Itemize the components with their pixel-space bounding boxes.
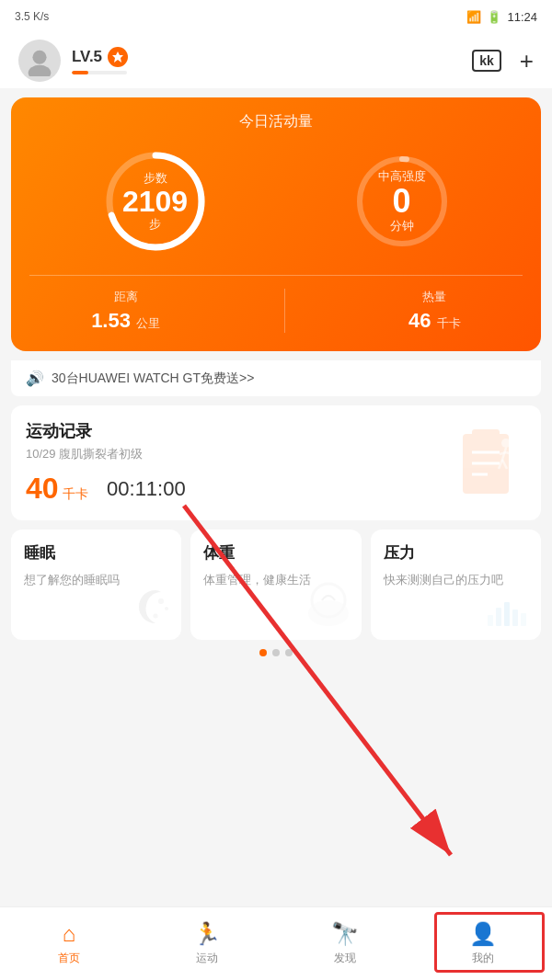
distance-unit: 公里 (136, 316, 160, 330)
dot-2 (272, 649, 280, 656)
intensity-label: 中高强度 (378, 168, 426, 185)
user-section: LV.5 (18, 40, 128, 82)
nav-exercise[interactable]: 🏃 运动 (138, 921, 276, 966)
level-progress-fill (72, 71, 88, 74)
nav-profile[interactable]: 👤 我的 (414, 921, 552, 966)
calories-label: 热量 (408, 289, 461, 305)
calories-value-row: 46 千卡 (408, 309, 461, 333)
activity-card: 今日活动量 步数 2109 步 (11, 97, 541, 351)
bottom-nav: ⌂ 首页 🏃 运动 🔭 发现 👤 我的 (0, 906, 552, 980)
nav-exercise-label: 运动 (196, 951, 218, 966)
signal-icons: 📶 (466, 10, 481, 24)
avatar[interactable] (18, 40, 61, 82)
svg-rect-27 (521, 613, 526, 626)
stress-card[interactable]: 压力 快来测测自己的压力吧 (371, 530, 541, 640)
dot-3 (285, 649, 293, 656)
exercise-record-card[interactable]: 运动记录 10/29 腹肌撕裂者初级 40 千卡 00:11:00 (11, 405, 541, 520)
svg-rect-23 (488, 615, 493, 626)
svg-point-18 (158, 598, 164, 604)
kk-button[interactable]: kk (472, 50, 501, 72)
distance-value: 1.53 (91, 309, 131, 332)
calories-stat[interactable]: 热量 46 千卡 (408, 289, 461, 333)
stats-divider (284, 289, 285, 333)
stress-icon (483, 587, 534, 632)
top-nav: LV.5 kk + (0, 33, 552, 88)
nav-profile-label: 我的 (472, 951, 494, 966)
steps-label: 步数 (122, 170, 188, 187)
promo-text: 30台HUAWEI WATCH GT免费送>> (52, 370, 254, 387)
weight-icon (304, 578, 354, 632)
user-level: LV.5 (72, 47, 128, 67)
steps-ring: 步数 2109 步 (100, 146, 211, 256)
top-nav-actions: kk + (472, 47, 534, 75)
weight-card-title: 体重 (203, 542, 348, 564)
activity-stats: 距离 1.53 公里 热量 46 千卡 (29, 275, 523, 333)
network-speed: 3.5 K/s (15, 10, 49, 23)
nav-home[interactable]: ⌂ 首页 (0, 921, 138, 966)
run-icon: 🏃 (193, 921, 221, 947)
distance-value-row: 1.53 公里 (91, 309, 160, 333)
intensity-value: 0 (378, 185, 426, 218)
svg-rect-25 (504, 602, 510, 626)
exercise-kcal-container: 40 千卡 (26, 472, 88, 506)
nav-home-label: 首页 (58, 951, 80, 966)
svg-point-0 (32, 51, 46, 64)
calories-unit: 千卡 (437, 316, 461, 330)
status-bar: 3.5 K/s 📶 🔋 11:24 (0, 0, 552, 33)
pagination-dots (0, 649, 552, 656)
sleep-card[interactable]: 睡眠 想了解您的睡眠吗 (11, 530, 181, 640)
svg-point-1 (29, 65, 52, 76)
distance-label: 距离 (91, 289, 160, 305)
sleep-icon (128, 583, 174, 632)
steps-value-container: 步数 2109 步 (122, 170, 188, 233)
cards-row: 睡眠 想了解您的睡眠吗 体重 体重管理，健康生活 压力 快来测测自己的压力吧 (11, 530, 541, 640)
svg-point-20 (154, 614, 158, 619)
discover-icon: 🔭 (331, 921, 359, 947)
svg-rect-24 (496, 608, 501, 626)
home-icon: ⌂ (63, 921, 76, 947)
nav-discover-label: 发现 (334, 951, 356, 966)
exercise-kcal-value: 40 (26, 472, 59, 505)
exercise-kcal-unit: 千卡 (63, 486, 88, 501)
calories-value: 46 (408, 309, 431, 332)
steps-unit: 步 (122, 216, 188, 233)
intensity-value-container: 中高强度 0 分钟 (378, 168, 426, 234)
sleep-card-title: 睡眠 (24, 542, 168, 564)
battery-icon: 🔋 (487, 10, 501, 24)
svg-rect-8 (472, 429, 500, 442)
section-extra (0, 666, 552, 678)
intensity-circle[interactable]: 中高强度 0 分钟 (351, 151, 453, 252)
svg-point-19 (165, 607, 168, 610)
intensity-ring: 中高强度 0 分钟 (351, 151, 453, 252)
stress-card-desc: 快来测测自己的压力吧 (384, 571, 528, 589)
svg-rect-26 (512, 610, 518, 626)
steps-circle[interactable]: 步数 2109 步 (100, 146, 211, 256)
exercise-time: 00:11:00 (107, 477, 186, 501)
promo-banner[interactable]: 🔊 30台HUAWEI WATCH GT免费送>> (11, 360, 541, 396)
profile-icon: 👤 (469, 921, 497, 947)
weight-card[interactable]: 体重 体重管理，健康生活 (190, 530, 361, 640)
record-clipboard-icon (449, 425, 523, 502)
activity-circles: 步数 2109 步 中高强度 0 分钟 (29, 146, 523, 256)
time-display: 11:24 (507, 10, 537, 24)
add-button[interactable]: + (520, 47, 534, 75)
distance-stat[interactable]: 距离 1.53 公里 (91, 289, 160, 333)
steps-value: 2109 (122, 187, 188, 216)
svg-point-12 (501, 439, 511, 448)
user-info: LV.5 (72, 47, 128, 74)
level-badge (108, 47, 128, 67)
level-progress-bar (72, 71, 127, 74)
svg-marker-2 (112, 51, 123, 63)
speaker-icon: 🔊 (26, 370, 44, 387)
activity-title: 今日活动量 (29, 112, 523, 131)
dot-1 (259, 649, 267, 656)
intensity-unit: 分钟 (378, 218, 426, 234)
nav-discover[interactable]: 🔭 发现 (276, 921, 414, 966)
stress-card-title: 压力 (384, 542, 528, 564)
svg-point-21 (308, 600, 349, 626)
